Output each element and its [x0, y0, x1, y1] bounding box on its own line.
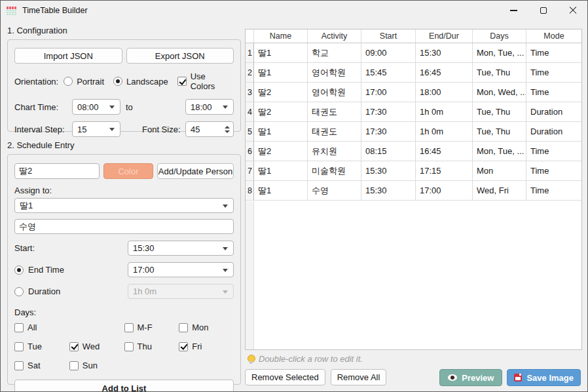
orientation-label: Orientation:	[14, 77, 58, 87]
radio-landscape[interactable]: Landscape	[113, 77, 168, 87]
minimize-icon	[510, 10, 517, 10]
edit-hint-text: Double-click a row to edit it.	[259, 354, 363, 364]
table-row[interactable]: 5 딸1 태권도 17:30 1h 0m Tue, Thu Duration	[246, 122, 581, 142]
start-label: Start:	[14, 243, 35, 253]
table-row[interactable]: 6 딸2 유치원 08:15 16:45 Mon, Tue, ... Time	[246, 142, 581, 161]
schedule-table[interactable]: Name Activity Start End/Dur Days Mode 1 …	[245, 29, 582, 350]
chevron-down-icon	[223, 269, 228, 272]
cell-mode: Time	[526, 161, 581, 181]
column-header-mode[interactable]: Mode	[526, 29, 581, 43]
duration-radio-icon[interactable]	[14, 287, 24, 296]
chart-time-end-select[interactable]: 18:00	[185, 99, 234, 115]
duration-select: 1h 0m	[128, 284, 234, 299]
end-time-select[interactable]: 17:00	[128, 262, 234, 277]
person-name-input[interactable]	[14, 163, 100, 179]
row-number-gutter	[246, 201, 254, 349]
column-header-enddur[interactable]: End/Dur	[416, 29, 473, 43]
cell-days: Tue, Thu	[473, 63, 526, 83]
portrait-radio-icon[interactable]	[64, 77, 73, 86]
days-label: Days:	[14, 307, 234, 317]
maximize-icon	[540, 7, 547, 14]
use-colors-checkbox[interactable]: Use Colors	[177, 71, 225, 91]
portrait-radio-label: Portrait	[77, 77, 104, 87]
interval-step-label: Interval Step:	[14, 125, 72, 134]
spinner-arrows[interactable]	[221, 122, 233, 136]
remove-selected-button[interactable]: Remove Selected	[245, 369, 325, 385]
cell-start: 15:30	[361, 181, 416, 201]
table-row[interactable]: 3 딸2 영어학원 17:00 18:00 Mon, Wed, ... Time	[246, 83, 581, 102]
cell-mode: Duration	[526, 122, 581, 142]
activity-input[interactable]	[14, 219, 234, 234]
font-size-spinner[interactable]: 45	[185, 121, 234, 137]
spin-up-icon[interactable]	[225, 126, 230, 128]
assign-to-select[interactable]: 딸1	[14, 198, 234, 213]
cell-name: 딸1	[254, 43, 308, 63]
preview-button[interactable]: Preview	[439, 369, 502, 386]
cell-activity: 수영	[308, 181, 361, 201]
cell-activity: 영어학원	[308, 63, 361, 83]
column-header-days[interactable]: Days	[473, 29, 526, 43]
start-time-select[interactable]: 15:30	[128, 241, 234, 256]
floppy-disk-icon	[514, 374, 522, 382]
minimize-button[interactable]	[499, 1, 528, 20]
table-row[interactable]: 7 딸1 미술학원 15:30 17:15 Mon Time	[246, 161, 581, 181]
day-checkbox-all[interactable]: All	[14, 323, 69, 332]
table-row[interactable]: 8 딸1 수영 15:30 17:00 Wed, Fri Time	[246, 181, 581, 201]
table-row[interactable]: 2 딸1 영어학원 15:45 16:45 Tue, Thu Time	[246, 63, 581, 83]
chevron-down-icon	[109, 128, 115, 131]
day-checkbox-sun[interactable]: Sun	[69, 361, 124, 370]
day-checkbox-tue[interactable]: Tue	[14, 342, 69, 351]
table-header: Name Activity Start End/Dur Days Mode	[246, 29, 581, 43]
cell-activity: 태권도	[308, 102, 361, 122]
import-json-button[interactable]: Import JSON	[14, 48, 122, 64]
cell-name: 딸1	[254, 181, 308, 201]
day-checkbox-fri[interactable]: Fri	[179, 342, 234, 351]
cell-days: Mon, Tue, ...	[473, 43, 526, 63]
chart-time-start-select[interactable]: 08:00	[72, 99, 120, 115]
close-button[interactable]	[558, 1, 587, 20]
spin-down-icon[interactable]	[225, 130, 230, 133]
app-window: TimeTable Builder 1. Configuration Impor…	[0, 0, 588, 392]
column-header-activity[interactable]: Activity	[308, 29, 361, 43]
day-checkbox-sat[interactable]: Sat	[14, 361, 69, 370]
save-image-button[interactable]: Save Image	[507, 369, 581, 386]
landscape-radio-icon[interactable]	[113, 77, 122, 86]
cell-days: Tue, Thu	[473, 102, 526, 122]
cell-start: 17:30	[361, 102, 416, 122]
day-checkbox-mon[interactable]: Mon	[179, 323, 234, 332]
window-title: TimeTable Builder	[22, 6, 88, 15]
cell-activity: 영어학원	[308, 83, 361, 102]
column-header-name[interactable]: Name	[254, 29, 308, 43]
table-row[interactable]: 1 딸1 학교 09:00 15:30 Mon, Tue, ... Time	[246, 43, 581, 63]
duration-radio[interactable]: Duration	[14, 286, 128, 296]
schedule-entry-section-title: 2. Schedule Entry	[7, 140, 241, 150]
table-row[interactable]: 4 딸2 태권도 17:30 1h 0m Tue, Thu Duration	[246, 102, 581, 122]
cell-days: Wed, Fri	[473, 181, 526, 201]
chevron-down-icon	[223, 290, 228, 294]
remove-all-button[interactable]: Remove All	[331, 369, 387, 385]
cell-name: 딸1	[254, 63, 308, 83]
export-json-button[interactable]: Export JSON	[126, 48, 234, 64]
cell-name: 딸2	[254, 102, 308, 122]
maximize-button[interactable]	[528, 1, 558, 20]
cell-days: Tue, Thu	[473, 122, 526, 142]
close-icon	[569, 7, 577, 14]
font-size-label: Font Size:	[142, 125, 181, 134]
column-header-start[interactable]: Start	[361, 29, 416, 43]
day-checkbox-wed[interactable]: Wed	[69, 342, 124, 351]
day-checkbox-thu[interactable]: Thu	[124, 342, 179, 351]
cell-mode: Time	[526, 63, 581, 83]
radio-portrait[interactable]: Portrait	[64, 77, 104, 87]
day-checkbox-mf[interactable]: M-F	[124, 323, 179, 332]
cell-enddur: 17:00	[416, 181, 473, 201]
schedule-entry-groupbox: Color Add/Update Person Assign to: 딸1 St…	[7, 154, 241, 385]
interval-step-select[interactable]: 15	[72, 121, 120, 137]
color-button[interactable]: Color	[103, 163, 153, 179]
end-time-radio[interactable]: End Time	[14, 265, 128, 275]
end-time-radio-icon[interactable]	[14, 265, 24, 275]
add-update-person-button[interactable]: Add/Update Person	[157, 163, 234, 179]
use-colors-checkbox-icon[interactable]	[177, 77, 187, 86]
add-to-list-button[interactable]: Add to List	[14, 380, 234, 392]
cell-days: Mon	[473, 161, 526, 181]
cell-mode: Time	[526, 43, 581, 63]
